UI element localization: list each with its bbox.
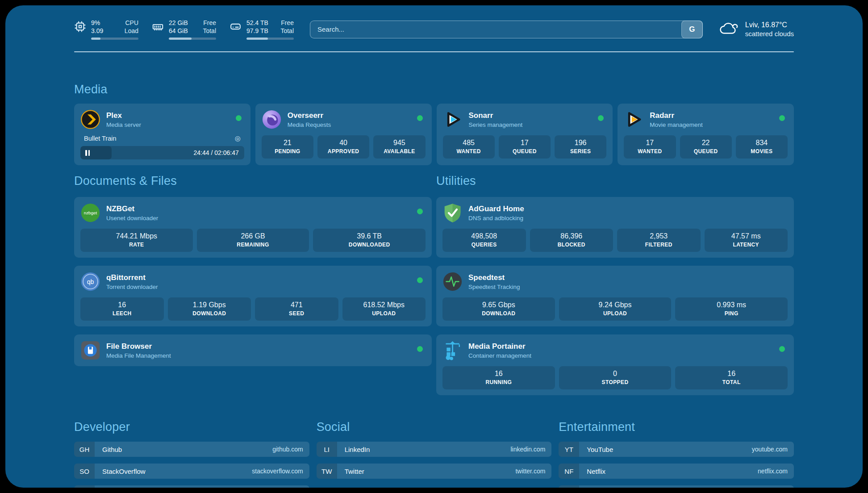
- player-settings-icon[interactable]: ◎: [235, 134, 241, 142]
- stat-value: 498,508: [444, 232, 524, 240]
- documents-card-list: nzbgetNZBGetUsenet downloader744.21 Mbps…: [74, 197, 432, 366]
- bookmark-domain: netflix.com: [758, 464, 794, 479]
- stat-value: 9%: [91, 19, 100, 27]
- pause-button[interactable]: [85, 150, 90, 156]
- weather-condition: scattered clouds: [745, 30, 794, 38]
- stat-label: QUERIES: [444, 242, 524, 248]
- app-card-plex[interactable]: PlexMedia serverBullet Train◎24:44 / 02:…: [74, 104, 250, 165]
- utilities-card-list: AdGuard HomeDNS and adblocking498,508QUE…: [436, 197, 794, 395]
- qbittorrent-icon: qb: [80, 272, 100, 292]
- app-card-adguard-home[interactable]: AdGuard HomeDNS and adblocking498,508QUE…: [436, 197, 794, 258]
- stat-label: UPLOAD: [561, 310, 670, 317]
- status-dot: [236, 115, 242, 121]
- stat-progressbar: [246, 38, 294, 40]
- stat-label: RATE: [82, 242, 191, 248]
- stat-box: 16TOTAL: [675, 366, 788, 389]
- stat-box: 1.19 GbpsDOWNLOAD: [168, 297, 251, 321]
- search-provider-button[interactable]: G: [681, 21, 703, 38]
- stat-value: 16: [444, 370, 553, 378]
- app-subtitle: Movie management: [650, 121, 703, 128]
- bookmark-link-dev[interactable]: DTDEVdev.to: [74, 485, 309, 488]
- bookmark-abbr: NF: [559, 464, 579, 479]
- stat-value: 17: [501, 139, 549, 147]
- app-card-qbittorrent[interactable]: qbqBittorrentTorrent downloader16LEECH1.…: [74, 266, 432, 326]
- stat-value: 744.21 Mbps: [82, 232, 191, 240]
- bookmark-link-netflix[interactable]: NFNetflixnetflix.com: [559, 464, 794, 479]
- app-name: Plex: [106, 111, 141, 120]
- stat-label: DOWNLOADED: [315, 242, 424, 248]
- bookmark-link-stackoverflow[interactable]: SOStackOverflowstackoverflow.com: [74, 464, 309, 479]
- app-card-nzbget[interactable]: nzbgetNZBGetUsenet downloader744.21 Mbps…: [74, 197, 432, 258]
- stat-value: 1.19 Gbps: [170, 301, 250, 309]
- stat-label: QUEUED: [501, 148, 549, 155]
- search-input[interactable]: [310, 21, 703, 38]
- stat-box: 47.57 msLATENCY: [705, 229, 788, 252]
- stat-box: 9.24 GbpsUPLOAD: [559, 297, 672, 321]
- stat-value: 52.4 TB: [246, 19, 268, 27]
- svg-text:nzbget: nzbget: [84, 210, 97, 215]
- top-bar: 9%CPU3.09Load22 GiBFree64 GiBTotal52.4 T…: [74, 19, 794, 40]
- stat-value: 22 GiB: [169, 19, 188, 27]
- bookmark-domain: stackoverflow.com: [252, 464, 309, 479]
- app-subtitle: Usenet downloader: [106, 215, 158, 221]
- bookmark-abbr: GH: [74, 442, 95, 457]
- bookmark-link-youtube[interactable]: YTYouTubeyoutube.com: [559, 442, 794, 457]
- app-card-media-portainer[interactable]: Media PortainerContainer management16RUN…: [436, 334, 794, 395]
- bookmark-group-entertainment: EntertainmentYTYouTubeyoutube.comNFNetfl…: [559, 420, 794, 488]
- status-dot: [779, 346, 785, 352]
- stat-progressbar: [91, 38, 138, 40]
- stat-box: 9.65 GbpsDOWNLOAD: [442, 297, 555, 321]
- documents-column: Documents & Files nzbgetNZBGetUsenet dow…: [74, 174, 432, 366]
- stat-value: 16: [677, 370, 786, 378]
- stat-value: 266 GB: [199, 232, 308, 240]
- bookmark-group-developer: DeveloperGHGithubgithub.comSOStackOverfl…: [74, 420, 309, 488]
- bookmark-abbr: TW: [317, 464, 337, 479]
- app-name: Speedtest: [468, 273, 520, 282]
- stat-value: 47.57 ms: [706, 232, 786, 240]
- stat-value: 64 GiB: [169, 27, 188, 35]
- stat-value: 471: [257, 301, 337, 309]
- stat-label: Load: [125, 27, 138, 35]
- status-dot: [417, 115, 423, 121]
- bookmark-abbr: RE: [559, 485, 579, 488]
- stat-label: DOWNLOAD: [444, 310, 553, 317]
- dashboard-page: 9%CPU3.09Load22 GiBFree64 GiBTotal52.4 T…: [5, 5, 863, 488]
- plex-icon: [80, 109, 100, 130]
- header-divider: [74, 51, 794, 52]
- system-stat-memory: 22 GiBFree64 GiBTotal: [152, 19, 216, 40]
- stat-label: PING: [677, 310, 786, 317]
- bookmark-name: LinkedIn: [337, 442, 370, 457]
- bookmark-link-twitter[interactable]: TWTwittertwitter.com: [317, 464, 552, 479]
- stat-label: DOWNLOAD: [170, 310, 250, 317]
- search-bar: G: [310, 21, 703, 38]
- app-card-overseerr[interactable]: OverseerrMedia Requests21PENDING40APPROV…: [255, 104, 432, 165]
- stat-value: 0.993 ms: [677, 301, 786, 309]
- app-name: Sonarr: [469, 111, 523, 120]
- bookmark-name: DEV: [95, 485, 116, 488]
- app-card-speedtest[interactable]: SpeedtestSpeedtest Tracking9.65 GbpsDOWN…: [436, 266, 794, 326]
- app-card-radarr[interactable]: RadarrMovie management17WANTED22QUEUED83…: [618, 104, 794, 165]
- app-name: Overseerr: [288, 111, 331, 120]
- app-card-file-browser[interactable]: File BrowserMedia File Management: [74, 334, 432, 366]
- stat-box: 485WANTED: [443, 135, 495, 159]
- weather-location-temp: Lviv, 16.87°C: [745, 21, 794, 29]
- bookmark-link-linkedin[interactable]: LILinkedInlinkedin.com: [317, 442, 552, 457]
- app-name: Media Portainer: [468, 342, 531, 351]
- app-card-sonarr[interactable]: SonarrSeries management485WANTED17QUEUED…: [437, 104, 613, 165]
- bookmark-link-github[interactable]: GHGithubgithub.com: [74, 442, 309, 457]
- stat-label: CPU: [125, 19, 138, 27]
- stat-value: 9.65 Gbps: [444, 301, 553, 309]
- app-name: AdGuard Home: [468, 205, 524, 213]
- stat-box: 0STOPPED: [559, 366, 672, 389]
- adguard-icon: [442, 203, 463, 223]
- stat-box: 945AVAILABLE: [373, 135, 425, 159]
- stat-box: 16RUNNING: [442, 366, 555, 389]
- filebrowser-icon: [80, 340, 100, 360]
- player-progressbar[interactable]: 24:44 / 02:06:47: [80, 146, 244, 159]
- bookmark-name: Twitter: [337, 464, 364, 479]
- weather-widget: Lviv, 16.87°C scattered clouds: [719, 21, 794, 38]
- stat-value: 22: [682, 139, 730, 147]
- stat-value: 86,396: [532, 232, 612, 240]
- stat-box: 471SEED: [255, 297, 338, 321]
- bookmark-link-reddit[interactable]: RERedditreddit.com: [559, 485, 794, 488]
